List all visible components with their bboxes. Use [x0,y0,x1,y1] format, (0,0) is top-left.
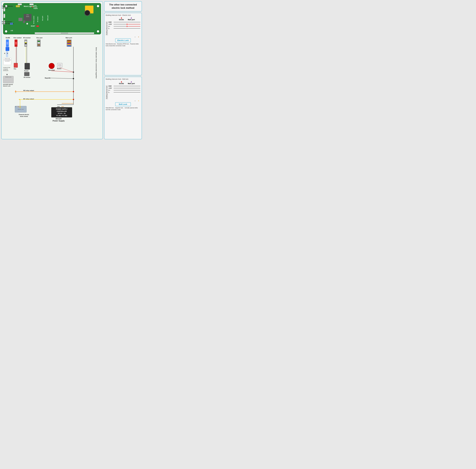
main-port-diag-label: Main port [66,37,72,38]
b-label: B [7,52,8,54]
lp-terminal-2: L+ [108,89,114,91]
lp-row-2: L+ [108,89,140,91]
bolt-lock-title: Building intercom host - Bolt lock [106,78,140,80]
svg-line-20 [51,71,73,72]
minus-symbol-2: − [15,106,16,108]
rs232-converter: RS232-485 Communication converters [3,58,11,65]
ab-label: A B [11,30,13,31]
transistor [23,20,25,23]
alarm-bell-label: Alarm Bell [48,69,55,71]
reset-label: RESET [31,25,35,27]
12v-terminal-1: +12V [108,23,114,25]
vice-port-diag-label: Vice port [36,37,42,38]
lock-power-label: LockPowersupply [33,5,38,9]
access-label: Access to thecomputerserial port [3,67,10,71]
pcb-corner-br [97,30,99,33]
down-arrow [6,74,8,75]
12v-line-2 [114,88,140,88]
gnd-row-2: GND [108,85,140,87]
psu-title: POWER SUPPLY CONTROLLER [53,108,71,112]
psu-box: POWER SUPPLY CONTROLLER DC12V - 3A FC-90… [51,107,72,117]
reader-antenna-label: Reader AntennaInterface [2,5,13,9]
vice-port-label: Vice port [42,16,43,21]
cpu-label: CPU [24,14,32,16]
lp-line-red-1 [128,26,140,26]
fire-label: Fire [14,68,16,70]
12v-row-1: +12V [108,23,140,25]
main-col-1: Main port [128,17,135,20]
svg-point-3 [73,91,74,92]
intercom-label-1: Building intercom host [106,21,108,35]
lp-row-1: L+ [108,26,140,27]
gnd-line-1 [114,22,140,22]
top-connector-1 [18,3,22,5]
ir-fire-label: IR Fire control [33,16,34,24]
ir-connector [24,40,27,47]
goods-label-1: Goods [119,19,124,20]
svg-point-4 [73,99,74,100]
gnd-label: GND [57,106,60,107]
pcb-cpu: CPU [24,14,32,21]
12v-row-2: +12V [108,87,140,89]
diagram-area: Rs485 Fire control IR receiver Vice port… [3,37,101,133]
nc-relay-label: NC relay output [23,98,34,100]
cpu-pins-top [24,16,32,17]
12v-line-red-1 [128,24,140,24]
yellow-connector-top [16,5,20,7]
lm-line-2 [114,92,140,92]
lm-terminal-1: L- [108,28,114,29]
main-col-2: Main port [128,81,135,84]
ir-receive-label: IR receive [37,17,38,22]
bolt-lock-section: Building intercom host - Bolt lock Goods… [104,77,142,139]
plus-1: + [138,36,139,38]
polarity-1: − + [106,36,139,38]
12v-terminal-2: +12V [108,87,114,89]
reader-box [25,63,30,69]
12v-dot-1 [127,24,128,25]
rs485-comm-label: Rs485 Commu-nication Interface [2,21,14,25]
right-title-box: The other two connected electric lock me… [104,1,142,12]
fire-connector [15,40,17,47]
pcb-board: Work Lights LockPowersupply CPU IR Fire … [3,3,101,34]
lm-line-1 [114,28,126,29]
button-label: Button [57,68,61,69]
a-label: A [4,52,5,54]
rs485-connector [6,40,9,51]
dc12v-label: DC12VPower Supply [53,118,65,122]
powered-label: Powered electriclocks closed [19,114,29,117]
main-port-label: Main port [47,15,49,20]
main-port-connector [67,40,72,47]
main-label-1: Main port [128,19,135,20]
svg-point-1 [73,71,74,73]
psu-model2: FC-901 / FC-903 [53,115,71,117]
plus-2: + [138,100,139,102]
diagram-2-inner: Building intercom host GND +12V L+ L- [106,85,140,99]
ir-receiver2-label: IR receiver [24,77,30,78]
pcb-speaker [84,10,90,16]
gnd-line-2 [114,86,140,86]
minus-2: − [135,100,135,102]
lm-row-1: L- [108,28,140,29]
left-connector-2 [3,14,5,18]
pcb-corner-bl [5,30,8,33]
fire-component [14,63,18,67]
ports-header-2: Goods Main port [114,81,140,84]
main-label-2: Main port [128,83,135,84]
main-arrow-1 [131,17,132,18]
dots-indicate-label: Dots indicate lines connected together [96,47,97,79]
pcb-corner-tr [97,4,99,8]
fire-control-diag-label: Fire control [14,37,21,38]
goods-col-1: Goods [119,17,124,20]
bolt-lock-box: Bolt Lock [115,102,131,106]
lp-dot-1 [127,26,128,27]
goods-arrow-2 [121,81,122,83]
reader-label: Reader [24,70,29,72]
ir-receiver2-box [24,72,29,76]
intercom-label-2: Building intercom host [106,85,108,99]
main-arrow-2 [131,81,132,83]
lm-terminal-2: L- [108,91,114,93]
diagram-1-inner: Building intercom host GND +12V L+ [106,21,140,35]
top-connector-2 [30,3,33,5]
electric-lock-box-1: Electric Lock [115,38,131,42]
lm-line-gray-1 [128,28,140,29]
